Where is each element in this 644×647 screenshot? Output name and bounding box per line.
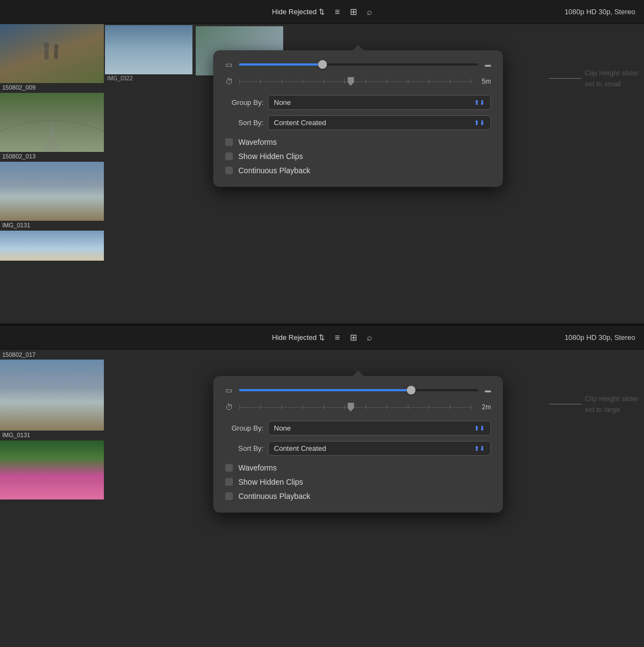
topbar-top: Hide Rejected ⇅ ≡ ⊞ ⌕ 1080p HD 30p, Ster…: [0, 0, 644, 24]
duration-track-bottom[interactable]: [239, 402, 471, 412]
show-hidden-row-bottom: Show Hidden Clips: [225, 478, 491, 486]
sort-by-row-bottom: Sort By: Content Created ⬆⬇: [225, 441, 491, 456]
sort-by-value-bottom: Content Created: [274, 444, 326, 452]
sort-by-value-top: Content Created: [274, 119, 326, 127]
duration-slider-row-top: ⏱: [225, 77, 491, 86]
clip-item-flowers-bottom[interactable]: [0, 440, 104, 499]
panel-bottom: Hide Rejected ⇅ ≡ ⊞ ⌕ 1080p HD 30p, Ster…: [0, 326, 644, 647]
sort-by-row-top: Sort By: Content Created ⬆⬇: [225, 115, 491, 130]
browser-area-top: 150802_009 150802_013 IMG_0131: [0, 24, 644, 324]
clip-item-sky[interactable]: [0, 231, 104, 261]
sort-by-arrows-bottom: ⬆⬇: [474, 445, 485, 452]
thumb-road: [0, 93, 104, 152]
resolution-label-bottom: 1080p HD 30p, Stereo: [372, 333, 636, 342]
svg-point-2: [54, 44, 58, 50]
duration-track-top[interactable]: [239, 77, 471, 86]
duration-label-top: 5m: [478, 78, 491, 85]
grid-label-partial: IMG_0322: [105, 74, 192, 83]
continuous-playback-checkbox-bottom[interactable]: [225, 492, 233, 500]
continuous-playback-row-top: Continuous Playback: [225, 166, 491, 175]
sort-by-select-bottom[interactable]: Content Created ⬆⬇: [268, 441, 491, 456]
group-by-value-bottom: None: [274, 424, 291, 432]
chevron-updown-icon-bottom: ⇅: [319, 333, 325, 342]
show-hidden-label-bottom: Show Hidden Clips: [238, 478, 303, 486]
continuous-playback-label-bottom: Continuous Playback: [238, 492, 311, 501]
panel-top: Hide Rejected ⇅ ≡ ⊞ ⌕ 1080p HD 30p, Ster…: [0, 0, 644, 324]
hide-rejected-label: Hide Rejected: [272, 8, 317, 16]
continuous-playback-checkbox-top[interactable]: [225, 167, 233, 174]
stopwatch-icon-top: ⏱: [225, 77, 233, 86]
group-by-value-top: None: [274, 98, 291, 107]
clip-height-fill-bottom: [239, 389, 411, 391]
waveforms-checkbox-bottom[interactable]: [225, 464, 233, 472]
duration-ticks-bottom: [239, 405, 471, 409]
sort-by-arrows-top: ⬆⬇: [474, 119, 485, 127]
svg-rect-3: [54, 50, 58, 59]
resolution-label: 1080p HD 30p, Stereo: [372, 8, 636, 16]
sort-by-select-top[interactable]: Content Created ⬆⬇: [268, 115, 491, 130]
hide-rejected-button-bottom[interactable]: Hide Rejected ⇅: [272, 333, 325, 342]
group-by-select-top[interactable]: None ⬆⬇: [268, 95, 491, 110]
list-view-button-bottom[interactable]: ≡: [335, 333, 339, 343]
clip-item-road[interactable]: 150802_013: [0, 93, 104, 162]
duration-thumb-top[interactable]: [348, 77, 354, 86]
clip-small-icon: ▭: [225, 60, 232, 69]
grid-view-button[interactable]: ⊞: [350, 7, 357, 17]
clip-label-road: 150802_013: [0, 152, 104, 162]
sort-by-label-bottom: Sort By:: [225, 444, 264, 452]
topbar-center: Hide Rejected ⇅ ≡ ⊞ ⌕: [272, 7, 372, 17]
chevron-updown-icon: ⇅: [319, 8, 325, 16]
clip-height-track-bottom[interactable]: [239, 389, 478, 391]
clip-small-icon-bottom: ▭: [225, 386, 232, 395]
clip-label-img0131-bottom: IMG_0131: [0, 431, 104, 440]
clip-label-017: 150802_017: [0, 350, 104, 360]
clip-item-mountains[interactable]: IMG_0131: [0, 162, 104, 231]
duration-thumb-bottom[interactable]: [348, 403, 354, 411]
group-by-select-bottom[interactable]: None ⬆⬇: [268, 421, 491, 436]
group-by-arrows-top: ⬆⬇: [474, 99, 485, 107]
group-by-arrows-bottom: ⬆⬇: [474, 425, 485, 432]
svg-point-0: [44, 42, 49, 49]
clip-item-hikers[interactable]: 150802_009: [0, 24, 104, 93]
clip-item-img0131-bottom[interactable]: IMG_0131: [0, 360, 104, 440]
svg-rect-1: [44, 49, 49, 60]
waveforms-row-top: Waveforms: [225, 138, 491, 146]
clip-height-slider-row-bottom: ▭ ▬: [225, 386, 491, 395]
thumb-sky: [0, 231, 104, 261]
show-hidden-checkbox-bottom[interactable]: [225, 478, 233, 486]
show-hidden-row-top: Show Hidden Clips: [225, 152, 491, 161]
browser-area-bottom: 150802_017 IMG_0131 ▭ ▬: [0, 350, 644, 647]
waveforms-label-bottom: Waveforms: [238, 463, 277, 472]
checkbox-section-bottom: Waveforms Show Hidden Clips Continuous P…: [225, 463, 491, 501]
list-view-button[interactable]: ≡: [335, 7, 339, 17]
topbar-bottom-center: Hide Rejected ⇅ ≡ ⊞ ⌕: [272, 332, 372, 343]
search-button[interactable]: ⌕: [367, 7, 372, 17]
stopwatch-icon-bottom: ⏱: [225, 403, 233, 411]
waveforms-label-top: Waveforms: [238, 138, 277, 146]
thumb-flowers-bottom: [0, 440, 104, 499]
filmstrip-top: 150802_009 150802_013 IMG_0131: [0, 24, 104, 324]
clip-height-thumb-bottom[interactable]: [407, 386, 415, 395]
duration-slider-row-bottom: ⏱: [225, 402, 491, 412]
grid-view-button-bottom[interactable]: ⊞: [350, 332, 357, 343]
checkbox-section-top: Waveforms Show Hidden Clips Continuous P…: [225, 138, 491, 175]
sort-by-label-top: Sort By:: [225, 119, 264, 127]
hide-rejected-button[interactable]: Hide Rejected ⇅: [272, 8, 325, 16]
thumb-mountains: [0, 162, 104, 221]
thumb-partial-top: [105, 25, 192, 74]
waveforms-checkbox-top[interactable]: [225, 138, 233, 146]
clip-height-slider-row-top: ▭ ▬: [225, 60, 491, 69]
continuous-playback-row-bottom: Continuous Playback: [225, 492, 491, 501]
clip-label-hikers: 150802_009: [0, 83, 104, 93]
duration-label-bottom: 2m: [478, 403, 491, 411]
group-by-label-top: Group By:: [225, 98, 264, 107]
search-button-bottom[interactable]: ⌕: [367, 333, 372, 343]
clip-height-track-top[interactable]: [239, 63, 478, 66]
clip-large-icon-bottom: ▬: [485, 387, 491, 393]
clip-height-thumb-top[interactable]: [318, 60, 327, 69]
continuous-playback-label-top: Continuous Playback: [238, 166, 311, 175]
group-by-label-bottom: Group By:: [225, 424, 264, 432]
show-hidden-checkbox-top[interactable]: [225, 152, 233, 160]
clip-height-fill-top: [239, 63, 323, 66]
show-hidden-label-top: Show Hidden Clips: [238, 152, 303, 161]
